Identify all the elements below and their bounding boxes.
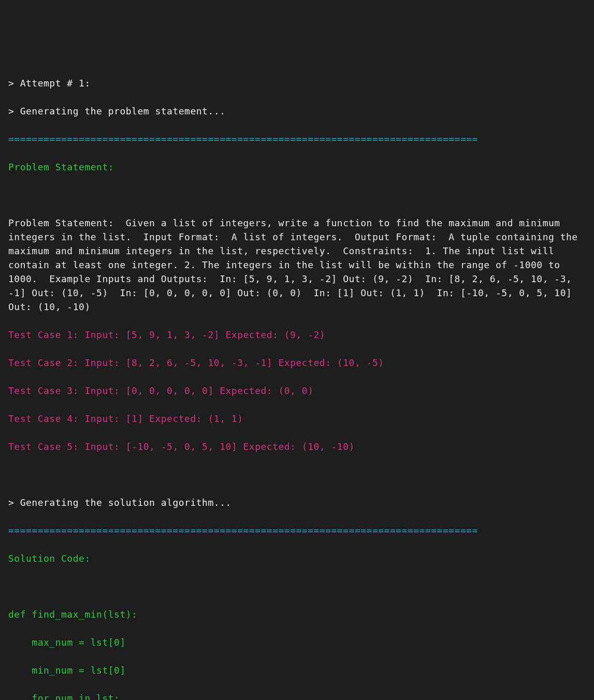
blank-line (8, 188, 586, 202)
solution-code-line: max_num = lst[0] (8, 635, 586, 649)
test-case-line: Test Case 5: Input: [-10, -5, 0, 5, 10] … (8, 440, 586, 454)
test-case-line: Test Case 2: Input: [8, 2, 6, -5, 10, -3… (8, 356, 586, 370)
solution-code-line: for num in lst: (8, 691, 586, 700)
problem-body: Problem Statement: Given a list of integ… (8, 216, 586, 314)
attempt-line: > Attempt # 1: (8, 76, 586, 90)
solution-code-line: def find_max_min(lst): (8, 607, 586, 621)
blank-line (8, 579, 586, 593)
divider-line: ========================================… (8, 523, 586, 537)
solution-code-header: Solution Code: (8, 551, 586, 565)
solution-code-line: min_num = lst[0] (8, 663, 586, 677)
divider-line: ========================================… (8, 132, 586, 146)
terminal-output: > Attempt # 1: > Generating the problem … (8, 62, 586, 700)
test-case-line: Test Case 1: Input: [5, 9, 1, 3, -2] Exp… (8, 328, 586, 342)
problem-statement-header: Problem Statement: (8, 160, 586, 174)
test-case-line: Test Case 3: Input: [0, 0, 0, 0, 0] Expe… (8, 384, 586, 398)
generating-problem-line: > Generating the problem statement... (8, 104, 586, 118)
generating-solution-line: > Generating the solution algorithm... (8, 495, 586, 509)
blank-line (8, 468, 586, 482)
test-case-line: Test Case 4: Input: [1] Expected: (1, 1) (8, 412, 586, 426)
